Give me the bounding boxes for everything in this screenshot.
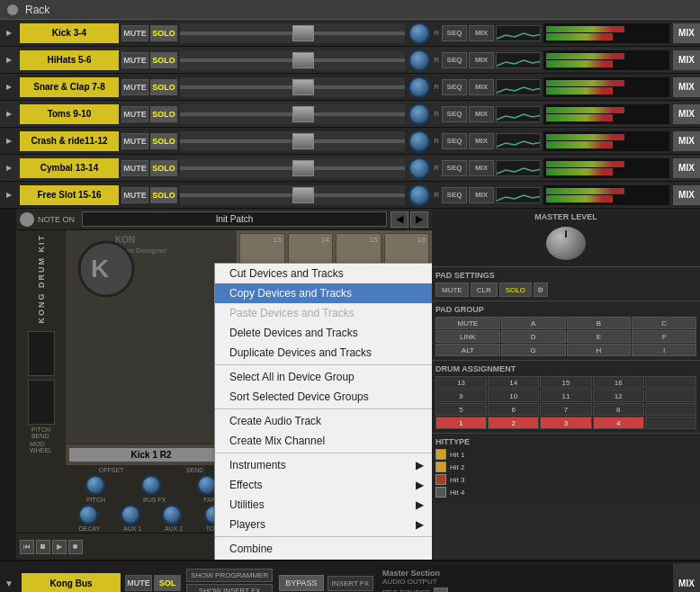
track-mix-btn-1[interactable]: MIX xyxy=(469,52,494,68)
show-programmer-btn[interactable]: SHOW PROGRAMMER xyxy=(186,569,273,582)
patch-prev-btn[interactable]: ◀ xyxy=(390,211,408,228)
track-play-btn-3[interactable] xyxy=(0,101,18,128)
assign-cell-1-3[interactable]: 12 xyxy=(593,390,644,402)
track-knob-2[interactable] xyxy=(408,76,430,98)
track-mix-btn-2[interactable]: MIX xyxy=(469,79,494,95)
track-seq-btn-2[interactable]: SEQ xyxy=(442,79,467,95)
track-mute-btn-5[interactable]: MUTE xyxy=(121,160,148,176)
menu-item-4[interactable]: Duplicate Devices and Tracks xyxy=(215,343,432,363)
pad-solo-btn[interactable]: SOLO xyxy=(499,283,532,297)
pitch-knob[interactable] xyxy=(85,475,105,495)
assign-cell-3-3[interactable]: 4 xyxy=(593,417,644,429)
track-mute-btn-3[interactable]: MUTE xyxy=(121,106,148,122)
fader-handle-3[interactable] xyxy=(292,106,314,122)
assign-cell-0-1[interactable]: 14 xyxy=(488,376,539,389)
track-play-btn-6[interactable] xyxy=(0,182,18,209)
rewind-btn[interactable]: ⏮ xyxy=(20,540,34,554)
track-knob-5[interactable] xyxy=(408,157,430,179)
pad-extra-btn[interactable]: ⚙ xyxy=(534,283,548,297)
fader-handle-6[interactable] xyxy=(292,187,314,203)
track-play-btn-0[interactable] xyxy=(0,20,18,47)
bus-mute-btn[interactable]: MUTE xyxy=(125,575,152,591)
track-seq-btn-0[interactable]: SEQ xyxy=(442,25,467,41)
fader-handle-2[interactable] xyxy=(292,79,314,95)
track-seq-btn-1[interactable]: SEQ xyxy=(442,52,467,68)
record-btn[interactable]: ⏺ xyxy=(68,540,83,554)
pg-btn-2-2[interactable]: H xyxy=(567,344,632,356)
menu-item-9[interactable]: Create Audio Track xyxy=(215,411,432,431)
track-play-btn-1[interactable] xyxy=(0,47,18,74)
pg-btn-2-3[interactable]: I xyxy=(632,344,696,356)
pitch-bend-control[interactable] xyxy=(28,331,55,376)
assign-cell-2-4[interactable] xyxy=(645,403,696,416)
menu-item-17[interactable]: Combine xyxy=(215,539,432,559)
track-mute-btn-0[interactable]: MUTE xyxy=(121,25,148,41)
menu-item-7[interactable]: Sort Selected Device Groups xyxy=(215,387,432,407)
track-play-btn-2[interactable] xyxy=(0,74,18,101)
track-solo-btn-3[interactable]: SOLO xyxy=(150,106,177,122)
assign-cell-0-3[interactable]: 16 xyxy=(593,376,644,389)
pg-btn-0-1[interactable]: A xyxy=(501,317,566,329)
rec-source-indicator[interactable] xyxy=(434,588,448,593)
decay-knob[interactable] xyxy=(78,505,98,525)
pg-btn-1-2[interactable]: E xyxy=(567,330,632,343)
track-seq-btn-5[interactable]: SEQ xyxy=(442,160,467,176)
assign-cell-3-0[interactable]: 1 xyxy=(435,417,487,429)
track-play-btn-4[interactable] xyxy=(0,128,18,155)
insert-fx-btn[interactable]: INSERT FX xyxy=(328,576,374,591)
pg-btn-1-0[interactable]: LINK xyxy=(435,330,500,343)
track-mix-btn-0[interactable]: MIX xyxy=(469,25,494,41)
track-mix-btn-4[interactable]: MIX xyxy=(469,133,494,149)
track-seq-btn-6[interactable]: SEQ xyxy=(442,187,467,203)
track-mute-btn-6[interactable]: MUTE xyxy=(121,187,148,203)
menu-item-1[interactable]: Copy Devices and Tracks xyxy=(215,283,432,303)
track-solo-btn-1[interactable]: SOLO xyxy=(150,52,177,68)
menu-item-0[interactable]: Cut Devices and Tracks xyxy=(215,264,432,283)
assign-cell-0-2[interactable]: 15 xyxy=(540,376,591,389)
track-solo-btn-5[interactable]: SOLO xyxy=(150,160,177,176)
track-seq-btn-3[interactable]: SEQ xyxy=(442,106,467,122)
assign-cell-1-2[interactable]: 11 xyxy=(540,390,591,402)
assign-cell-2-1[interactable]: 6 xyxy=(488,403,539,416)
menu-item-15[interactable]: Players▶ xyxy=(215,515,432,534)
menu-item-10[interactable]: Create Mix Channel xyxy=(215,431,432,451)
patch-next-btn[interactable]: ▶ xyxy=(410,211,428,228)
menu-item-6[interactable]: Select All in Device Group xyxy=(215,367,432,387)
play-btn[interactable]: ▶ xyxy=(52,540,67,554)
bypass-btn[interactable]: BYPASS xyxy=(279,575,323,591)
pg-btn-0-3[interactable]: C xyxy=(632,317,696,329)
assign-cell-3-4[interactable] xyxy=(645,417,696,429)
track-mix-btn-6[interactable]: MIX xyxy=(469,187,494,203)
assign-cell-0-4[interactable] xyxy=(645,376,696,389)
show-insert-fx-btn[interactable]: SHOW INSERT FX xyxy=(186,584,273,592)
stop-btn[interactable]: ⏹ xyxy=(36,540,50,554)
track-mix-btn-3[interactable]: MIX xyxy=(469,106,494,122)
menu-item-3[interactable]: Delete Devices and Tracks xyxy=(215,323,432,343)
track-solo-btn-6[interactable]: SOLO xyxy=(150,187,177,203)
track-play-btn-5[interactable] xyxy=(0,155,18,182)
track-mute-btn-1[interactable]: MUTE xyxy=(121,52,148,68)
assign-cell-3-1[interactable]: 2 xyxy=(488,417,539,429)
track-knob-0[interactable] xyxy=(408,22,430,44)
pg-btn-0-2[interactable]: B xyxy=(567,317,632,329)
bus-fx-knob[interactable] xyxy=(141,475,161,495)
assign-cell-0-0[interactable]: 13 xyxy=(435,376,487,389)
track-knob-4[interactable] xyxy=(408,130,430,152)
aux2-knob[interactable] xyxy=(162,505,182,525)
track-solo-btn-2[interactable]: SOLO xyxy=(150,79,177,95)
patch-name[interactable]: Init Patch xyxy=(82,211,387,227)
track-knob-6[interactable] xyxy=(408,184,430,206)
track-knob-1[interactable] xyxy=(408,49,430,71)
track-mute-btn-4[interactable]: MUTE xyxy=(121,133,148,149)
bus-solo-btn[interactable]: SOL xyxy=(154,575,181,591)
menu-item-14[interactable]: Utilities▶ xyxy=(215,495,432,515)
assign-cell-3-2[interactable]: 3 xyxy=(540,417,591,429)
assign-cell-1-1[interactable]: 10 xyxy=(488,390,539,402)
fader-handle-5[interactable] xyxy=(292,160,314,176)
track-mute-btn-2[interactable]: MUTE xyxy=(121,79,148,95)
assign-cell-2-3[interactable]: 8 xyxy=(593,403,644,416)
close-icon[interactable] xyxy=(7,4,18,15)
fader-handle-1[interactable] xyxy=(292,52,314,68)
track-solo-btn-4[interactable]: SOLO xyxy=(150,133,177,149)
track-seq-btn-4[interactable]: SEQ xyxy=(442,133,467,149)
